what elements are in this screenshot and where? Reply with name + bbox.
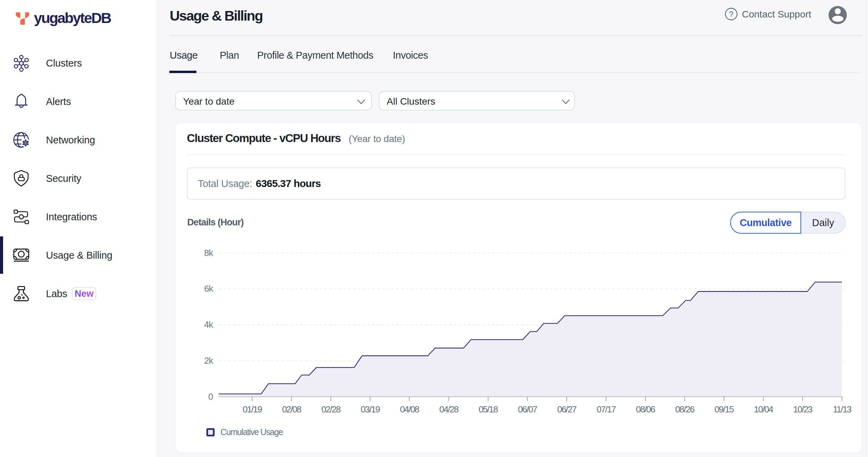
svg-text:05/18: 05/18: [479, 404, 498, 414]
svg-text:10/04: 10/04: [754, 404, 773, 414]
svg-text:04/28: 04/28: [439, 404, 459, 414]
svg-text:06/07: 06/07: [518, 404, 538, 414]
svg-text:01/19: 01/19: [243, 404, 262, 414]
svg-text:06/27: 06/27: [557, 404, 577, 414]
svg-text:09/15: 09/15: [714, 404, 734, 414]
svg-text:10/23: 10/23: [793, 404, 813, 414]
svg-text:4k: 4k: [204, 319, 214, 330]
svg-text:08/26: 08/26: [675, 404, 695, 414]
svg-text:6k: 6k: [204, 283, 214, 294]
svg-text:02/28: 02/28: [321, 404, 341, 414]
svg-text:04/08: 04/08: [400, 404, 420, 414]
svg-text:0: 0: [208, 391, 213, 402]
svg-text:02/08: 02/08: [282, 404, 302, 414]
svg-text:8k: 8k: [204, 248, 214, 258]
svg-text:08/06: 08/06: [636, 404, 655, 414]
svg-text:2k: 2k: [204, 355, 214, 366]
svg-text:03/19: 03/19: [361, 404, 380, 414]
svg-text:11/13: 11/13: [833, 404, 852, 414]
svg-text:07/17: 07/17: [596, 404, 616, 414]
svg-text:?: ?: [729, 10, 734, 19]
